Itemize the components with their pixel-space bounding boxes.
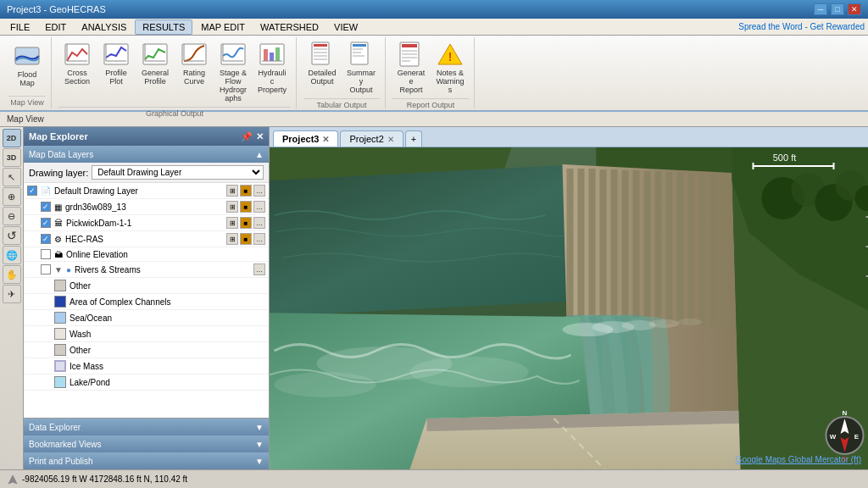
- stage-flow-button[interactable]: Stage & FlowHydrographs: [214, 39, 252, 105]
- layer-color-btn-3[interactable]: ■: [240, 217, 252, 229]
- tab-project2-close[interactable]: ✕: [387, 135, 394, 144]
- promo-link[interactable]: Spread the Word - Get Rewarded: [738, 22, 865, 31]
- menu-edit[interactable]: EDIT: [38, 20, 73, 34]
- svg-text:N: N: [843, 409, 848, 417]
- layer-name-lake: Lake/Pond: [70, 378, 265, 387]
- layer-checkbox-grdn36w089[interactable]: ✓: [41, 202, 51, 212]
- layer-grid-btn-4[interactable]: ⊞: [226, 233, 238, 245]
- tab-project2[interactable]: Project2 ✕: [340, 130, 403, 147]
- layer-more-btn[interactable]: …: [253, 185, 265, 197]
- profile-plot-button[interactable]: ProfilePlot: [97, 39, 135, 88]
- cross-section-button[interactable]: CrossSection: [58, 39, 96, 88]
- flood-map-label: FloodMap: [18, 71, 37, 88]
- layer-checkbox-online-elevation[interactable]: [41, 249, 51, 259]
- layer-checkbox-default-drawing[interactable]: ✓: [27, 186, 37, 196]
- menu-file[interactable]: FILE: [3, 20, 36, 34]
- layer-color-btn-4[interactable]: ■: [240, 233, 252, 245]
- tab-project3-close[interactable]: ✕: [322, 135, 329, 144]
- layer-icon-pickwick: 🏛: [54, 219, 63, 228]
- layer-color-btn-2[interactable]: ■: [240, 201, 252, 213]
- google-maps-link[interactable]: Google Maps Global Mercator (ft): [736, 455, 861, 464]
- layer-item-pickwick[interactable]: ✓ 🏛 PickwickDam-1-1 ⊞ ■ …: [24, 215, 269, 231]
- svg-rect-53: [622, 170, 629, 323]
- toolbar-zoom-out-button[interactable]: ⊖: [3, 207, 21, 225]
- cross-section-icon: [64, 41, 91, 68]
- ribbon-group-report: GenerateReport ! Notes &Warnings Report …: [387, 37, 475, 108]
- toolbar-3d-button[interactable]: 3D: [3, 148, 21, 167]
- layer-grid-btn[interactable]: ⊞: [226, 185, 238, 197]
- layer-item-lake-pond[interactable]: Lake/Pond: [24, 374, 269, 391]
- panel-pin-icon[interactable]: 📌: [241, 131, 253, 142]
- minimize-button[interactable]: ─: [814, 3, 827, 15]
- menu-view[interactable]: VIEW: [327, 20, 364, 34]
- print-publish-header[interactable]: Print and Publish ▼: [24, 452, 269, 469]
- layer-item-rivers[interactable]: ▼ ● Rivers & Streams …: [24, 262, 269, 278]
- layer-item-ice-mass[interactable]: Ice Mass: [24, 358, 269, 374]
- generate-report-button[interactable]: GenerateReport: [392, 39, 430, 97]
- map-view-3d[interactable]: 500 ft 3 2 1 E W N: [270, 147, 868, 469]
- collapse-icon[interactable]: ▲: [255, 150, 264, 159]
- layer-checkbox-hecras[interactable]: ✓: [41, 234, 51, 244]
- menu-analysis[interactable]: ANALYSIS: [75, 20, 133, 34]
- detailed-output-button[interactable]: DetailedOutput: [303, 39, 341, 88]
- toolbar-fly-button[interactable]: ✈: [3, 285, 21, 303]
- layer-item-grdn36w089[interactable]: ✓ ▦ grdn36w089_13 ⊞ ■ …: [24, 199, 269, 215]
- layer-more-btn-5[interactable]: …: [253, 263, 265, 275]
- menu-results[interactable]: RESULTS: [135, 19, 192, 35]
- cross-section-label: CrossSection: [64, 69, 90, 86]
- toolbar-hand-button[interactable]: ✋: [3, 265, 21, 284]
- layer-actions-default-drawing: ⊞ ■ …: [226, 185, 265, 197]
- layer-icon-grdn36w089: ▦: [54, 202, 62, 212]
- layer-item-hecras[interactable]: ✓ ⚙ HEC-RAS ⊞ ■ …: [24, 231, 269, 247]
- rating-curve-label: RatingCurve: [183, 69, 205, 86]
- flood-map-button[interactable]: FloodMap: [8, 39, 46, 92]
- tab-project3[interactable]: Project3 ✕: [273, 130, 338, 147]
- detailed-output-icon: [309, 41, 336, 68]
- toolbar-globe-button[interactable]: 🌐: [3, 246, 21, 264]
- layer-item-default-drawing[interactable]: ✓ 📄 Default Drawing Layer ⊞ ■ …: [24, 183, 269, 199]
- notes-warnings-button[interactable]: ! Notes &Warnings: [431, 39, 469, 97]
- layer-color-btn[interactable]: ■: [240, 185, 252, 197]
- generate-report-icon: [398, 41, 425, 68]
- status-coordinates: -9824056.19 ft W 4172848.16 ft N, 110.42…: [7, 474, 187, 485]
- menu-watershed[interactable]: WATERSHED: [253, 20, 326, 34]
- layer-icon-default-drawing: 📄: [41, 186, 51, 196]
- layer-item-complex-channels[interactable]: Area of Complex Channels: [24, 294, 269, 310]
- toolbar-select-button[interactable]: ↖: [3, 168, 21, 186]
- close-button[interactable]: ✕: [848, 3, 861, 15]
- bookmarked-views-header[interactable]: Bookmarked Views ▼: [24, 435, 269, 452]
- hydraulic-property-button[interactable]: HydraulicProperty: [253, 39, 291, 97]
- app-title: Project3 - GeoHECRAS: [7, 4, 106, 14]
- hydraulic-property-label: HydraulicProperty: [257, 69, 287, 95]
- stage-flow-icon: [220, 41, 247, 68]
- layer-item-sea-ocean[interactable]: Sea/Ocean: [24, 310, 269, 326]
- panel-close-icon[interactable]: ✕: [256, 131, 264, 142]
- restore-button[interactable]: □: [831, 3, 844, 15]
- layer-more-btn-4[interactable]: …: [253, 233, 265, 245]
- layer-expand-rivers[interactable]: ▼: [54, 265, 63, 274]
- layer-grid-btn-2[interactable]: ⊞: [226, 201, 238, 213]
- layer-checkbox-pickwick[interactable]: ✓: [41, 218, 51, 228]
- layer-more-btn-3[interactable]: …: [253, 217, 265, 229]
- general-profile-button[interactable]: GeneralProfile: [136, 39, 174, 88]
- layer-item-wash[interactable]: Wash: [24, 326, 269, 342]
- toolbar-2d-button[interactable]: 2D: [3, 129, 21, 147]
- toolbar-zoom-in-button[interactable]: ⊕: [3, 187, 21, 206]
- summary-output-button[interactable]: SummaryOutput: [342, 39, 380, 97]
- drawing-layer-select[interactable]: Default Drawing Layer: [92, 165, 264, 180]
- ribbon-buttons-graphical: CrossSection ProfilePlot: [58, 39, 291, 105]
- layer-item-other2[interactable]: Other: [24, 342, 269, 358]
- svg-rect-58: [677, 172, 684, 324]
- rating-curve-button[interactable]: RatingCurve: [175, 39, 213, 88]
- menu-map-edit[interactable]: MAP EDIT: [194, 20, 252, 34]
- layer-item-other1[interactable]: Other: [24, 278, 269, 294]
- layer-grid-btn-3[interactable]: ⊞: [226, 217, 238, 229]
- data-explorer-header[interactable]: Data Explorer ▼: [24, 419, 269, 435]
- tab-add-button[interactable]: +: [405, 130, 422, 147]
- toolbar-pan-button[interactable]: ↺: [3, 226, 21, 245]
- svg-rect-62: [721, 174, 728, 326]
- layer-item-online-elevation[interactable]: 🏔 Online Elevation: [24, 247, 269, 262]
- rating-curve-icon: [181, 41, 208, 68]
- layer-checkbox-rivers[interactable]: [41, 264, 51, 274]
- layer-more-btn-2[interactable]: …: [253, 201, 265, 213]
